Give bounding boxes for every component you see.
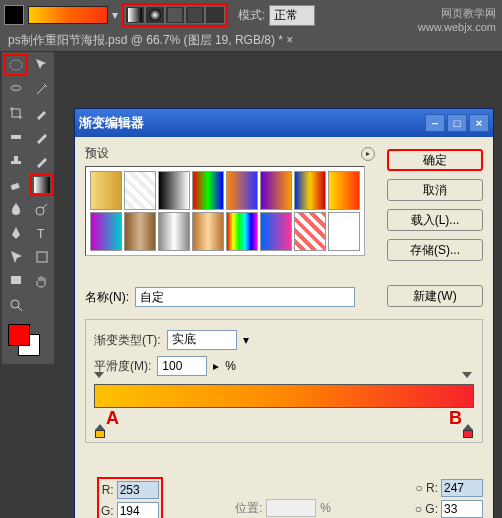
color-stop-b[interactable]	[462, 424, 474, 438]
ellipse-marquee-tool[interactable]	[4, 54, 28, 76]
type-tool[interactable]: T	[30, 222, 54, 244]
crop-tool[interactable]	[4, 102, 28, 124]
opacity-stop-right[interactable]	[462, 372, 474, 384]
dialog-title: 渐变编辑器	[79, 114, 425, 132]
document-tab[interactable]: ps制作重阳节海报.psd @ 66.7% (图层 19, RGB/8) * ×	[0, 30, 502, 52]
annotation-b: B	[449, 408, 462, 429]
gradient-preview[interactable]	[28, 6, 108, 24]
svg-point-1	[149, 9, 161, 21]
fg-color[interactable]	[8, 324, 30, 346]
preset-swatch[interactable]	[226, 171, 258, 210]
lasso-tool[interactable]	[4, 78, 28, 100]
reflected-gradient-icon[interactable]	[185, 6, 205, 24]
heal-tool[interactable]	[4, 126, 28, 148]
preset-grid	[85, 166, 365, 256]
svg-rect-4	[208, 8, 222, 22]
svg-rect-0	[128, 8, 142, 22]
angle-gradient-icon[interactable]	[165, 6, 185, 24]
gradient-editor-dialog: 渐变编辑器 – □ × 预设 ▸ 确定 取消 载	[74, 108, 494, 518]
name-label: 名称(N):	[85, 289, 129, 306]
tool-preset-icon[interactable]	[4, 5, 24, 25]
preset-swatch[interactable]	[260, 171, 292, 210]
presets-label: 预设	[85, 145, 361, 162]
preset-swatch[interactable]	[294, 212, 326, 251]
presets-menu-icon[interactable]: ▸	[361, 147, 375, 161]
svg-point-5	[10, 60, 22, 70]
watermark-top: 网页教学网 www.webjx.com	[418, 6, 496, 33]
svg-text:T: T	[37, 227, 45, 241]
preset-swatch[interactable]	[124, 171, 156, 210]
annotation-a: A	[106, 408, 119, 429]
diamond-gradient-icon[interactable]	[205, 6, 225, 24]
blur-tool[interactable]	[4, 198, 28, 220]
svg-rect-2	[168, 8, 182, 22]
tools-panel: T	[2, 52, 54, 364]
eraser-tool[interactable]	[4, 174, 28, 196]
preset-swatch[interactable]	[294, 171, 326, 210]
pos-input-1	[266, 499, 316, 517]
preset-swatch[interactable]	[192, 212, 224, 251]
notes-tool[interactable]	[4, 270, 28, 292]
save-button[interactable]: 存储(S)...	[387, 239, 483, 261]
svg-rect-7	[11, 183, 20, 190]
linear-gradient-icon[interactable]	[125, 6, 145, 24]
rgb-b: ○ R: ○ G: ○ B:	[415, 479, 483, 518]
dialog-titlebar[interactable]: 渐变编辑器 – □ ×	[75, 109, 493, 137]
ok-button[interactable]: 确定	[387, 149, 483, 171]
path-select-tool[interactable]	[4, 246, 28, 268]
move-tool[interactable]	[30, 54, 54, 76]
preset-swatch[interactable]	[328, 171, 360, 210]
b-r-input[interactable]	[441, 479, 483, 497]
preset-swatch[interactable]	[226, 212, 258, 251]
dodge-tool[interactable]	[30, 198, 54, 220]
opacity-stop-left[interactable]	[94, 372, 106, 384]
minimize-button[interactable]: –	[425, 114, 445, 132]
svg-rect-3	[188, 8, 202, 22]
svg-rect-12	[11, 276, 21, 284]
preset-swatch[interactable]	[90, 212, 122, 251]
preset-swatch[interactable]	[90, 171, 122, 210]
new-button[interactable]: 新建(W)	[387, 285, 483, 307]
preset-swatch[interactable]	[260, 212, 292, 251]
stamp-tool[interactable]	[4, 150, 28, 172]
type-select[interactable]: 实底	[167, 330, 237, 350]
maximize-button[interactable]: □	[447, 114, 467, 132]
svg-point-9	[36, 207, 44, 215]
cancel-button[interactable]: 取消	[387, 179, 483, 201]
a-r-input[interactable]	[117, 481, 159, 499]
preset-swatch[interactable]	[158, 212, 190, 251]
preset-swatch[interactable]	[158, 171, 190, 210]
svg-rect-8	[34, 177, 50, 193]
gradient-type-group	[122, 3, 228, 27]
preset-swatch[interactable]	[192, 171, 224, 210]
brush-tool[interactable]	[30, 126, 54, 148]
close-button[interactable]: ×	[469, 114, 489, 132]
preset-swatch[interactable]	[124, 212, 156, 251]
svg-point-13	[11, 300, 19, 308]
gradient-tool[interactable]	[30, 174, 54, 196]
hand-tool[interactable]	[30, 270, 54, 292]
type-label: 渐变类型(T):	[94, 332, 161, 349]
color-swatches[interactable]	[4, 322, 54, 362]
preset-swatch[interactable]	[328, 212, 360, 251]
gradient-bar[interactable]	[94, 384, 474, 408]
pen-tool[interactable]	[4, 222, 28, 244]
blend-mode-select[interactable]: 正常	[269, 5, 315, 26]
pct: %	[225, 359, 236, 373]
name-input[interactable]	[135, 287, 355, 307]
b-g-input[interactable]	[441, 500, 483, 518]
color-stop-a[interactable]	[94, 424, 106, 438]
wand-tool[interactable]	[30, 78, 54, 100]
mode-label: 模式:	[238, 7, 265, 24]
a-g-input[interactable]	[117, 502, 159, 518]
shape-tool[interactable]	[30, 246, 54, 268]
smooth-input[interactable]	[157, 356, 207, 376]
rgb-a: R: G: B:	[97, 477, 163, 518]
svg-rect-11	[37, 252, 47, 262]
load-button[interactable]: 载入(L)...	[387, 209, 483, 231]
eyedropper-tool[interactable]	[30, 102, 54, 124]
zoom-tool[interactable]	[4, 294, 28, 316]
svg-rect-6	[11, 135, 21, 139]
radial-gradient-icon[interactable]	[145, 6, 165, 24]
history-brush-tool[interactable]	[30, 150, 54, 172]
